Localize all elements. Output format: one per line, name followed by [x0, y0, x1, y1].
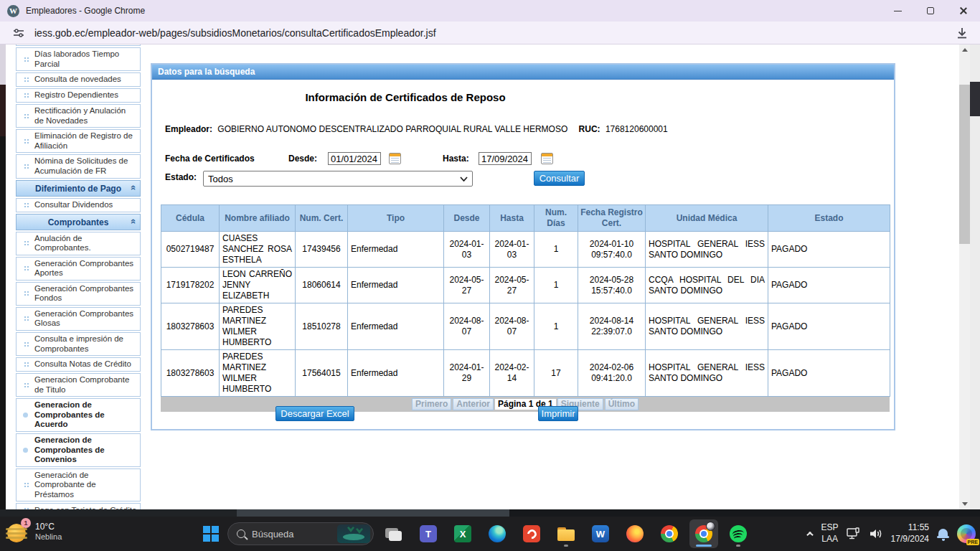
site-settings-tune-icon[interactable]: [13, 27, 24, 39]
copilot-icon[interactable]: PRE: [957, 524, 976, 543]
weather-temp: 10°C: [35, 522, 62, 532]
sidebar-item[interactable]: Pago con Tarjeta de Crédito: [16, 503, 141, 509]
background-window-strip: [0, 509, 980, 517]
sidebar-section-header[interactable]: Diferimiento de Pago«: [16, 180, 141, 197]
scroll-down-arrow-icon[interactable]: [962, 502, 968, 506]
sidebar-item[interactable]: Generación de Comprobante de Préstamos: [16, 468, 141, 502]
pagination-ultimo-button[interactable]: Último: [605, 398, 639, 410]
ruc-value: 1768120600001: [606, 124, 668, 134]
hasta-input[interactable]: [479, 152, 532, 165]
scroll-up-arrow-icon[interactable]: [959, 44, 970, 55]
sidebar-item-label: Nómina de Solicitudes de Acumulación de …: [34, 156, 138, 176]
notifications-bell-icon[interactable]: [937, 527, 949, 540]
sidebar-item-label: Consulta e impresión de Comprobantes: [34, 334, 138, 354]
window-titlebar: W Empleadores - Google Chrome: [0, 0, 980, 22]
sidebar-item[interactable]: Registro Dependientes: [16, 88, 141, 103]
url-text[interactable]: iess.gob.ec/empleador-web/pages/subsidio…: [34, 27, 436, 39]
hasta-label: Hasta:: [443, 154, 469, 164]
estado-select[interactable]: Todos: [203, 171, 473, 187]
maximize-button[interactable]: [914, 0, 947, 22]
column-header: Cédula: [161, 205, 220, 232]
scrollbar-thumb[interactable]: [959, 85, 970, 244]
task-view-button[interactable]: [380, 519, 408, 548]
taskbar-search-box[interactable]: Búsqueda: [227, 522, 374, 545]
sidebar-item[interactable]: Anulación de Comprobantes.: [16, 232, 141, 255]
download-icon[interactable]: [956, 27, 969, 39]
collapse-chevrons-icon[interactable]: «: [128, 218, 139, 223]
desde-label: Desde:: [288, 154, 317, 164]
sidebar-item[interactable]: Generación Comprobantes Glosas: [16, 307, 141, 331]
table-cell: 2024-08-14 22:39:07.0: [578, 303, 646, 350]
sidebar-item[interactable]: Eliminación de Registro de Afiliación: [16, 129, 141, 153]
teams-icon[interactable]: T: [414, 519, 443, 548]
browser-urlbar: iess.gob.ec/empleador-web/pages/subsidio…: [0, 22, 980, 44]
sidebar-item[interactable]: Generación Comprobantes Fondos: [16, 282, 141, 306]
search-daily-image[interactable]: [337, 524, 370, 543]
weather-widget[interactable]: 1 10°C Neblina: [7, 521, 62, 542]
language-indicator[interactable]: ESP LAA: [821, 522, 839, 545]
sidebar-item[interactable]: Consulta Notas de Crédito: [16, 357, 141, 372]
network-icon[interactable]: [847, 527, 861, 540]
sidebar-item-label: Generación Comprobantes Glosas: [34, 309, 138, 329]
copilot-pre-badge: PRE: [966, 539, 979, 545]
sidebar-item[interactable]: Días laborados Tiempo Parcial: [16, 47, 141, 71]
file-explorer-icon[interactable]: [552, 519, 580, 548]
table-row: 0502719487CUASES SANCHEZ ROSA ESTHELA174…: [161, 232, 890, 268]
estado-row: Estado: Todos Consultar: [152, 171, 894, 188]
spotify-icon[interactable]: [724, 519, 753, 548]
tray-overflow-chevron-icon[interactable]: [806, 532, 814, 536]
table-cell: 2024-01-10 09:57:40.0: [578, 232, 646, 268]
calendar-icon[interactable]: [389, 153, 401, 164]
pagination-anterior-button[interactable]: Anterior: [453, 398, 494, 410]
firefox-icon[interactable]: [621, 519, 649, 548]
table-cell: HOSPITAL GENERAL IESS SANTO DOMINGO: [646, 232, 768, 268]
excel-icon[interactable]: X: [448, 519, 477, 548]
edge-icon[interactable]: [483, 519, 512, 548]
page-scrollbar[interactable]: [959, 44, 970, 509]
sidebar-item[interactable]: Nómina de Solicitudes de Acumulación de …: [16, 154, 141, 178]
sidebar-item-label: Rectificación y Anulación de Novedades: [34, 106, 138, 126]
collapse-chevrons-icon[interactable]: «: [128, 184, 139, 189]
imprimir-button[interactable]: Imprimir: [538, 406, 578, 421]
descargar-excel-button[interactable]: Descargar Excel: [275, 406, 354, 421]
minimize-button[interactable]: [881, 0, 914, 22]
column-header: Tipo: [348, 205, 444, 232]
sidebar-item-label: Registro Dependientes: [34, 90, 120, 100]
estado-selected-value: Todos: [208, 174, 233, 184]
desktop-right-edge: [970, 44, 980, 509]
table-row: 1803278603PAREDES MARTINEZ WILMER HUMBER…: [161, 303, 890, 350]
word-icon[interactable]: W: [586, 519, 615, 548]
certificados-table: CédulaNombre afiliadoNum. Cert.TipoDesde…: [161, 204, 890, 397]
column-header: Nombre afiliado: [220, 205, 296, 232]
table-cell: 2024-02-14: [490, 350, 534, 397]
chrome-icon[interactable]: [655, 519, 684, 548]
chrome-active-icon[interactable]: [689, 519, 718, 548]
desde-input[interactable]: [328, 152, 381, 165]
clock-widget[interactable]: 11:55 17/9/2024: [891, 522, 929, 545]
sidebar-item[interactable]: Generacion de Comprobantes de Acuerdo: [16, 398, 141, 432]
maximize-icon: [927, 7, 934, 14]
sidebar-item[interactable]: Generacion de Comprobantes de Convenios: [16, 433, 141, 467]
volume-icon[interactable]: [869, 527, 883, 540]
pagination-primero-button[interactable]: Primero: [412, 398, 451, 410]
start-button[interactable]: [203, 526, 219, 542]
sidebar-item[interactable]: Consultar Dividendos: [16, 198, 141, 212]
table-cell: Enfermedad: [348, 350, 444, 397]
sidebar-item[interactable]: Consulta e impresión de Comprobantes: [16, 332, 141, 356]
table-cell: Enfermedad: [348, 232, 444, 268]
sidebar-item-label: Eliminación de Registro de Afiliación: [34, 131, 138, 151]
table-cell: 17439456: [296, 232, 348, 268]
sidebar-item[interactable]: Rectificación y Anulación de Novedades: [16, 104, 141, 128]
search-icon: [237, 529, 245, 538]
table-cell: 2024-05-28 15:57:40.0: [578, 268, 646, 303]
pdf-reader-icon[interactable]: [517, 519, 546, 548]
consultar-button[interactable]: Consultar: [534, 171, 585, 186]
sidebar-item[interactable]: Consulta de novedades: [16, 72, 141, 87]
sidebar-item[interactable]: Avisos de Entrada: [16, 44, 141, 46]
sidebar-section-header[interactable]: Comprobantes«: [16, 214, 141, 230]
calendar-icon[interactable]: [541, 153, 553, 164]
close-button[interactable]: [947, 0, 980, 22]
sidebar-item[interactable]: Generación Comprobantes Aportes: [16, 257, 141, 281]
sidebar-menu: Avisos de EntradaDías laborados Tiempo P…: [16, 44, 141, 509]
sidebar-item[interactable]: Generacion Comprobante de Titulo: [16, 373, 141, 397]
